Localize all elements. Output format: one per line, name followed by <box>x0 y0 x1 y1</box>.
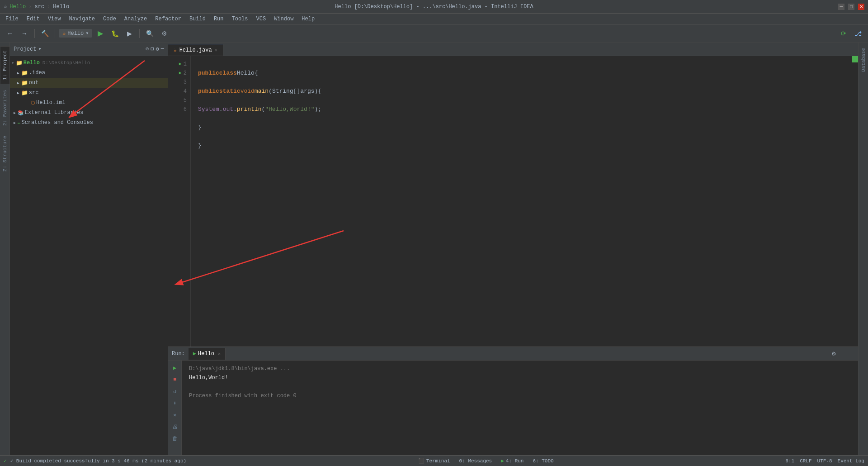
menu-refactor[interactable]: Refactor <box>151 15 185 23</box>
code-line-5: } <box>198 141 844 150</box>
line-num-2: ▶ 2 <box>168 69 187 78</box>
event-log-label[interactable]: Event Log <box>838 458 864 464</box>
idea-folder-icon: 📁 <box>21 70 28 76</box>
run-rerun-button[interactable]: ↺ <box>170 387 179 396</box>
minimize-panel-icon[interactable]: ─ <box>161 46 164 52</box>
menu-vcs[interactable]: VCS <box>253 15 270 23</box>
bottom-tab-run[interactable]: ▶ Hello ✕ <box>189 348 226 360</box>
bottom-tabs: Run: ▶ Hello ✕ ⚙ ─ <box>168 347 858 361</box>
root-icon: 📁 <box>16 60 23 67</box>
toolbar-sep-1 <box>34 29 35 38</box>
maximize-button[interactable]: □ <box>848 4 854 10</box>
scratches-label: Scratches and Consoles <box>21 119 93 126</box>
editor-area: ☕ Hello.java ✕ ▶ 1 ▶ 2 <box>168 43 858 347</box>
vcs-button[interactable]: ⟳ <box>837 27 850 40</box>
run-config-selector[interactable]: ☕ Hello ▾ <box>59 29 92 38</box>
run-print-button[interactable]: 🖨 <box>170 422 179 431</box>
charset: UTF-8 <box>817 458 832 464</box>
menu-navigate[interactable]: Navigate <box>65 15 99 23</box>
menu-analyze[interactable]: Analyze <box>121 15 151 23</box>
status-right: 6:1 CRLF UTF-8 Event Log <box>785 458 864 464</box>
build-button[interactable]: 🔨 <box>38 27 51 40</box>
extlib-expand-icon: ▶ <box>14 111 16 115</box>
menu-view[interactable]: View <box>44 15 65 23</box>
run-gutter-1[interactable]: ▶ <box>179 60 182 69</box>
terminal-icon: ⬛ <box>418 458 425 464</box>
src-label: src <box>34 4 44 10</box>
coverage-button[interactable]: ▶ <box>123 27 136 40</box>
messages-tab[interactable]: 0: Messages <box>456 458 496 464</box>
menu-edit[interactable]: Edit <box>23 15 43 23</box>
file-label: Hello <box>53 4 69 10</box>
tree-idea-folder[interactable]: ▶ 📁 .idea <box>10 68 168 78</box>
settings-button[interactable]: ⚙ <box>158 27 170 40</box>
structure-tool-button[interactable]: Z: Structure <box>0 132 9 175</box>
line-numbers: ▶ 1 ▶ 2 3 4 <box>168 56 191 347</box>
run-stop-button[interactable]: ■ <box>170 375 179 384</box>
search-everywhere-button[interactable]: 🔍 <box>143 27 156 40</box>
run-tab-close[interactable]: ✕ <box>218 351 221 357</box>
root-path: D:\Desktop\Hello <box>42 60 90 66</box>
settings-icon[interactable]: ⚙ <box>156 46 159 52</box>
run-dump-button[interactable]: ⬇ <box>170 399 179 408</box>
cursor-position: 6:1 <box>785 458 794 464</box>
back-button[interactable]: ← <box>4 27 16 40</box>
run-play-button[interactable]: ▶ <box>170 363 179 372</box>
src-expand-icon: ▶ <box>17 91 19 95</box>
minimize-button[interactable]: ─ <box>838 4 844 10</box>
src-folder-icon: 📁 <box>21 90 28 96</box>
tree-out-folder[interactable]: ▶ 📁 out <box>10 78 168 88</box>
close-button[interactable]: ✕ <box>858 4 864 10</box>
tree-hello-iml[interactable]: ⬡ Hello.iml <box>10 98 168 108</box>
todo-tab[interactable]: 6: TODO <box>529 458 557 464</box>
line-num-6: 6 <box>168 105 187 114</box>
menu-tools[interactable]: Tools <box>228 15 252 23</box>
code-content[interactable]: public class Hello { public static void … <box>191 56 852 347</box>
tree-scratches[interactable]: ▶ ✏ Scratches and Consoles <box>10 118 168 128</box>
terminal-label: Terminal <box>426 458 450 464</box>
tab-java-icon: ☕ <box>174 47 177 53</box>
collapse-icon[interactable]: ⊟ <box>151 46 154 52</box>
root-expand-icon: ▾ <box>12 61 14 65</box>
menu-run[interactable]: Run <box>210 15 227 23</box>
database-tool-button[interactable]: Database <box>859 44 868 76</box>
tree-src-folder[interactable]: ▶ 📁 src <box>10 88 168 98</box>
run-panel-label: Run: <box>172 351 185 357</box>
project-name: Hello <box>9 4 26 10</box>
out-label: out <box>29 80 39 86</box>
forward-button[interactable]: → <box>18 27 31 40</box>
project-title[interactable]: Project ▾ <box>14 46 42 52</box>
project-tool-button[interactable]: 1: Project <box>0 46 9 84</box>
tree-external-libraries[interactable]: ▶ 📚 External Libraries <box>10 108 168 118</box>
menu-build[interactable]: Build <box>186 15 209 23</box>
project-dropdown-icon: ▾ <box>38 46 41 52</box>
run-config-icon: ☕ <box>62 30 66 37</box>
status-left: ✓ ✓ Build completed successfully in 3 s … <box>4 458 186 464</box>
run-button[interactable]: ▶ <box>94 27 107 40</box>
tree-root[interactable]: ▾ 📁 Hello D:\Desktop\Hello <box>10 58 168 68</box>
editor-tab-hello-java[interactable]: ☕ Hello.java ✕ <box>168 44 223 56</box>
git-button[interactable]: ⎇ <box>852 27 864 40</box>
menu-window[interactable]: Window <box>270 15 297 23</box>
menu-help[interactable]: Help <box>298 15 318 23</box>
main-layout: 1: Project 2: Favorites Z: Structure Pro… <box>0 43 868 455</box>
right-sidebar: Database <box>858 43 868 455</box>
run-tab-bottom[interactable]: ▶ 4: Run <box>497 458 527 464</box>
menu-file[interactable]: File <box>2 15 22 23</box>
locate-icon[interactable]: ⊙ <box>146 46 149 52</box>
tab-close-icon[interactable]: ✕ <box>215 48 217 53</box>
menu-code[interactable]: Code <box>99 15 120 23</box>
run-config-arrow: ▾ <box>85 30 89 37</box>
terminal-tab[interactable]: ⬛ Terminal <box>415 458 454 464</box>
title-bar: ☕ Hello › src › Hello Hello [D:\Desktop\… <box>0 0 868 14</box>
run-gutter-2[interactable]: ▶ <box>179 69 182 78</box>
run-minimize-button[interactable]: ─ <box>842 347 854 360</box>
out-expand-icon: ▶ <box>17 81 19 85</box>
favorites-tool-button[interactable]: 2: Favorites <box>0 86 9 129</box>
debug-button[interactable]: 🐛 <box>108 27 121 40</box>
run-close-button[interactable]: ✕ <box>170 410 179 419</box>
run-settings-button[interactable]: ⚙ <box>827 347 840 360</box>
run-trash-button[interactable]: 🗑 <box>170 434 179 443</box>
project-header: Project ▾ ⊙ ⊟ ⚙ ─ <box>10 43 168 56</box>
code-line-4: } <box>198 123 844 132</box>
